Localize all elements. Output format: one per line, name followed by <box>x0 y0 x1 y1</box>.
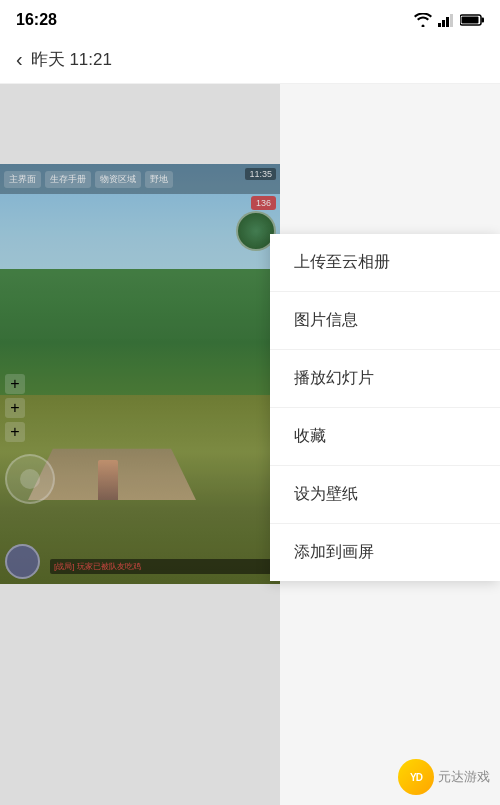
menu-item-set-wallpaper[interactable]: 设为壁纸 <box>270 466 500 524</box>
menu-item-add-to-screen[interactable]: 添加到画屏 <box>270 524 500 581</box>
back-chevron-icon: ‹ <box>16 48 23 71</box>
status-time: 16:28 <box>16 11 57 29</box>
overlay-dim <box>0 84 280 805</box>
brand-logo: YD 元达游戏 <box>398 759 490 795</box>
svg-rect-6 <box>482 18 485 23</box>
menu-item-photo-info[interactable]: 图片信息 <box>270 292 500 350</box>
main-content: 主界面 生存手册 物资区域 野地 11:35 136 + + + [战局] 玩家… <box>0 84 500 805</box>
back-button[interactable]: ‹ 昨天 11:21 <box>16 48 112 71</box>
svg-rect-2 <box>446 17 449 27</box>
brand-icon: YD <box>398 759 434 795</box>
svg-rect-5 <box>462 17 479 24</box>
status-icons <box>414 13 484 27</box>
brand-text: 元达游戏 <box>438 768 490 786</box>
nav-title: 昨天 11:21 <box>31 48 112 71</box>
menu-item-favorite[interactable]: 收藏 <box>270 408 500 466</box>
status-bar: 16:28 <box>0 0 500 36</box>
menu-item-upload-cloud[interactable]: 上传至云相册 <box>270 234 500 292</box>
nav-bar: ‹ 昨天 11:21 <box>0 36 500 84</box>
svg-rect-1 <box>442 20 445 27</box>
wifi-icon <box>414 13 432 27</box>
battery-icon <box>460 13 484 27</box>
svg-rect-0 <box>438 23 441 27</box>
context-menu: 上传至云相册 图片信息 播放幻灯片 收藏 设为壁纸 添加到画屏 <box>270 234 500 581</box>
menu-item-slideshow[interactable]: 播放幻灯片 <box>270 350 500 408</box>
svg-rect-3 <box>450 14 453 27</box>
brand-icon-text: YD <box>410 772 422 783</box>
signal-icon <box>438 13 454 27</box>
